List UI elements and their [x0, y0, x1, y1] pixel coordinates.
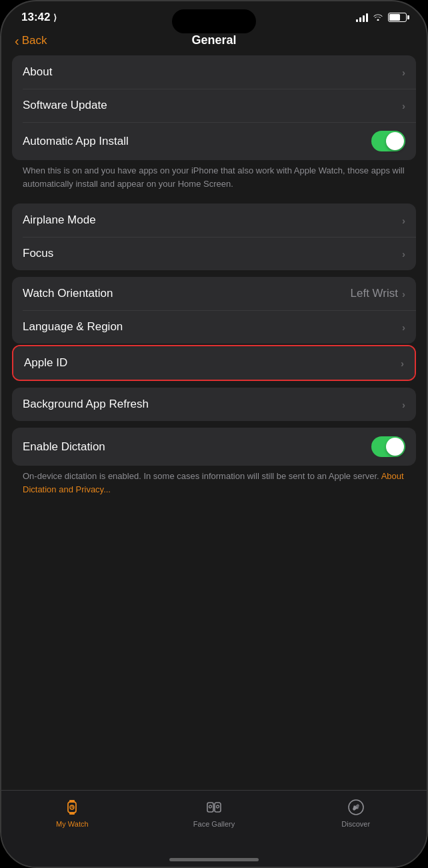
- background-app-refresh-right: ›: [402, 399, 405, 410]
- enable-dictation-label: Enable Dictation: [23, 440, 105, 454]
- signal-bar-2: [359, 17, 361, 22]
- settings-group-2: Airplane Mode › Focus ›: [12, 203, 416, 270]
- settings-card-3: Watch Orientation Left Wrist › Language …: [12, 277, 416, 344]
- face-gallery-icon: [204, 797, 224, 817]
- tab-face-gallery-label: Face Gallery: [193, 820, 235, 828]
- wifi-icon: [373, 12, 383, 23]
- time-display: 13:42: [21, 11, 50, 24]
- settings-group-1: About › Software Update › Automatic App …: [12, 55, 416, 197]
- settings-card-4: Background App Refresh ›: [12, 388, 416, 421]
- status-time: 13:42 ⟩: [21, 11, 57, 24]
- about-chevron-icon: ›: [402, 67, 405, 78]
- svg-rect-7: [215, 803, 221, 812]
- toggle-thumb: [386, 132, 404, 150]
- location-icon: ⟩: [53, 13, 57, 23]
- row-software-update[interactable]: Software Update ›: [12, 89, 416, 122]
- software-update-chevron-icon: ›: [402, 100, 405, 111]
- focus-right: ›: [402, 248, 405, 260]
- back-button[interactable]: ‹ Back: [15, 34, 47, 47]
- row-language-region[interactable]: Language & Region ›: [12, 310, 416, 344]
- tab-face-gallery[interactable]: Face Gallery: [143, 797, 285, 828]
- scroll-area: About › Software Update › Automatic App …: [1, 55, 427, 801]
- svg-rect-6: [207, 803, 213, 812]
- settings-card-1: About › Software Update › Automatic App …: [12, 55, 416, 160]
- focus-label: Focus: [23, 247, 53, 260]
- row-background-app-refresh[interactable]: Background App Refresh ›: [12, 388, 416, 421]
- background-app-refresh-chevron-icon: ›: [402, 399, 405, 410]
- apple-id-right: ›: [401, 358, 404, 369]
- software-update-label: Software Update: [23, 99, 107, 112]
- about-right: ›: [402, 67, 405, 78]
- tab-my-watch[interactable]: My Watch: [1, 797, 143, 828]
- row-enable-dictation[interactable]: Enable Dictation: [12, 428, 416, 466]
- language-region-right: ›: [402, 322, 405, 333]
- settings-group-5: Enable Dictation On-device dictation is …: [12, 428, 416, 502]
- software-update-right: ›: [402, 100, 405, 111]
- row-airplane-mode[interactable]: Airplane Mode ›: [12, 203, 416, 237]
- nav-header: ‹ Back General: [1, 28, 427, 55]
- signal-bars: [356, 13, 368, 22]
- airplane-mode-right: ›: [402, 215, 405, 226]
- back-label: Back: [22, 34, 47, 47]
- tab-discover-label: Discover: [341, 820, 370, 828]
- language-region-label: Language & Region: [23, 320, 123, 334]
- automatic-app-install-description: When this is on and you have apps on you…: [12, 160, 416, 197]
- svg-rect-1: [69, 800, 75, 803]
- apple-id-label: Apple ID: [24, 356, 67, 370]
- language-region-chevron-icon: ›: [402, 322, 405, 333]
- airplane-mode-chevron-icon: ›: [402, 215, 405, 226]
- page-title: General: [191, 33, 236, 47]
- enable-dictation-toggle-thumb: [386, 438, 404, 456]
- phone-frame: 13:42 ⟩ ‹ Back General: [0, 0, 428, 868]
- settings-group-3: Watch Orientation Left Wrist › Language …: [12, 277, 416, 381]
- svg-point-9: [217, 805, 219, 808]
- battery-fill: [389, 14, 400, 21]
- tab-bar: My Watch Face Gallery Disco: [1, 790, 427, 867]
- home-indicator: [169, 858, 259, 861]
- dictation-description: On-device dictation is enabled. In some …: [12, 466, 416, 502]
- background-app-refresh-label: Background App Refresh: [23, 398, 149, 411]
- watch-orientation-right: Left Wrist ›: [351, 287, 405, 300]
- row-about[interactable]: About ›: [12, 55, 416, 89]
- apple-id-chevron-icon: ›: [401, 358, 404, 369]
- status-icons: [356, 12, 407, 23]
- row-automatic-app-install[interactable]: Automatic App Install: [12, 122, 416, 160]
- signal-bar-1: [356, 19, 358, 22]
- settings-group-4: Background App Refresh ›: [12, 388, 416, 421]
- settings-card-2: Airplane Mode › Focus ›: [12, 203, 416, 270]
- battery-icon: [388, 13, 407, 22]
- airplane-mode-label: Airplane Mode: [23, 213, 96, 227]
- focus-chevron-icon: ›: [402, 248, 405, 260]
- watch-orientation-label: Watch Orientation: [23, 287, 113, 300]
- back-chevron-icon: ‹: [15, 34, 19, 47]
- status-bar: 13:42 ⟩: [1, 1, 427, 28]
- automatic-app-install-label: Automatic App Install: [23, 135, 129, 148]
- apple-id-row[interactable]: Apple ID ›: [12, 345, 416, 381]
- tab-discover[interactable]: Discover: [285, 797, 427, 828]
- row-focus[interactable]: Focus ›: [12, 237, 416, 270]
- automatic-app-install-right: [371, 131, 405, 151]
- about-label: About: [23, 65, 52, 79]
- svg-point-8: [209, 805, 212, 808]
- enable-dictation-right: [371, 436, 405, 457]
- watch-orientation-value: Left Wrist: [351, 287, 398, 300]
- signal-bar-3: [363, 15, 365, 22]
- svg-rect-2: [69, 812, 75, 815]
- enable-dictation-toggle[interactable]: [371, 436, 405, 457]
- discover-icon: [346, 797, 366, 817]
- watch-orientation-chevron-icon: ›: [402, 288, 405, 300]
- settings-card-5: Enable Dictation: [12, 428, 416, 466]
- automatic-app-install-toggle[interactable]: [371, 131, 405, 151]
- row-watch-orientation[interactable]: Watch Orientation Left Wrist ›: [12, 277, 416, 310]
- signal-bar-4: [366, 13, 368, 22]
- dictation-description-text: On-device dictation is enabled. In some …: [23, 471, 381, 481]
- tab-my-watch-label: My Watch: [56, 820, 89, 828]
- my-watch-icon: [62, 797, 82, 817]
- row-apple-id[interactable]: Apple ID ›: [13, 346, 415, 380]
